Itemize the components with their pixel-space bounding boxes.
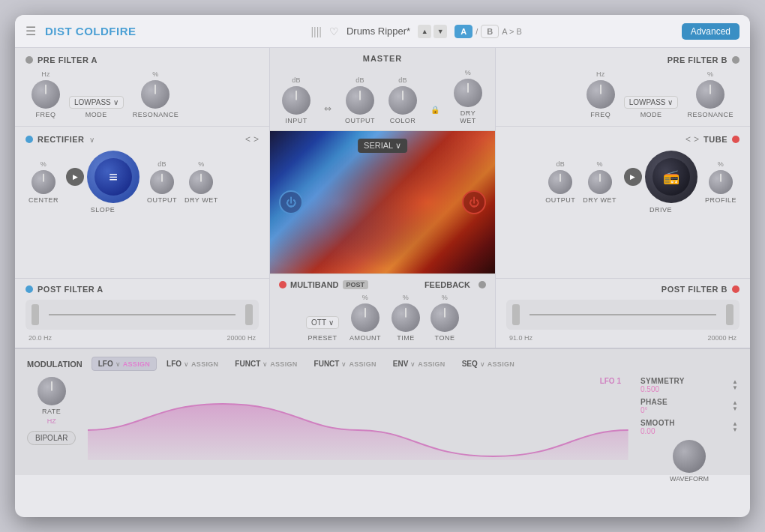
freq-knob-b[interactable] [586,80,615,109]
phase-stepper[interactable]: ▲ ▼ [732,400,738,412]
amount-knob[interactable] [351,303,380,332]
heart-icon[interactable]: ♡ [329,25,339,37]
drywet-knob-rect[interactable] [189,170,213,194]
filter-handle-right[interactable] [245,304,253,325]
symmetry-stepper[interactable]: ▲ ▼ [732,379,738,391]
multiband-led[interactable] [279,281,286,288]
post-badge[interactable]: POST [343,280,369,289]
tube-led[interactable] [732,136,740,143]
freq-top-label: Hz [41,70,50,78]
menu-icon[interactable]: ☰ [26,24,36,38]
waveform-knob[interactable] [673,440,706,473]
slope-knob[interactable]: ≡ [87,151,140,203]
pre-filter-a-knobs: Hz FREQ LOWPASS ∨ MODE [26,70,259,118]
prev-preset-button[interactable]: ▲ [418,25,431,38]
output-knob-master[interactable] [346,86,374,115]
mod-tab-lfo1-assign[interactable]: ASSIGN [123,360,150,368]
smooth-down[interactable]: ▼ [732,427,738,433]
mod-tab-funct2-chevron[interactable]: ∨ [341,360,346,368]
freq-group-b: Hz FREQ [586,70,615,118]
post-filter-a-led[interactable] [26,285,33,293]
res-bot-b: RESONANCE [687,111,734,118]
rectifier-chevron[interactable]: ∨ [89,136,94,144]
post-filter-b-bar[interactable] [506,300,740,330]
mod-tab-seq-chevron[interactable]: ∨ [480,360,485,368]
rectifier-play[interactable]: ▶ [66,168,84,186]
input-knob[interactable] [282,86,310,115]
color-knob[interactable] [388,86,417,115]
mod-tab-seq-assign[interactable]: ASSIGN [488,360,514,368]
time-top: % [403,294,409,301]
res-top-b: % [707,70,713,78]
tube-play[interactable]: ▶ [624,168,642,186]
filter-b-handle-left[interactable] [512,304,520,325]
drive-knob[interactable]: 📻 [645,151,698,203]
mod-tab-lfo2[interactable]: LFO ∨ ASSIGN [160,357,225,371]
power-button-right[interactable]: ⏻ [462,190,486,214]
input-label: INPUT [285,117,308,124]
drywet-knob-tube[interactable] [588,170,612,194]
drywet-knob-master[interactable] [454,79,482,107]
phase-down[interactable]: ▼ [732,406,738,412]
filter-handle-left[interactable] [32,304,39,325]
mod-tab-funct2[interactable]: FUNCT ∨ ASSIGN [308,357,383,371]
bars-icon[interactable]: |||| [310,25,322,37]
profile-group: % PROFILE [705,160,736,204]
bipolar-button[interactable]: BIPOLAR [27,431,76,445]
profile-knob[interactable] [709,170,733,194]
filter-line [49,314,236,315]
mod-tab-funct1[interactable]: FUNCT ∨ ASSIGN [228,357,304,371]
mod-tab-funct2-assign[interactable]: ASSIGN [349,360,376,368]
mod-tab-funct1-chevron[interactable]: ∨ [262,360,268,368]
output-knob-tube[interactable] [548,170,572,194]
mode-dropdown[interactable]: LOWPASS ∨ [69,96,124,109]
rectifier-next[interactable]: > [254,134,259,145]
post-filter-b-led[interactable] [732,285,740,293]
mode-dropdown-b[interactable]: LOWPASS ∨ [624,96,679,109]
advanced-button[interactable]: Advanced [682,23,740,40]
rate-knob[interactable] [38,377,66,405]
resonance-knob-b[interactable] [696,80,724,109]
freq-knob[interactable] [32,80,60,109]
hz-label[interactable]: HZ [47,417,56,425]
output-group-tube: dB OUTPUT [545,160,575,204]
power-button-left[interactable]: ⏻ [279,190,303,214]
pre-filter-a-led[interactable] [26,56,33,64]
serial-dropdown[interactable]: SERIAL ∨ [358,139,407,153]
smooth-stepper[interactable]: ▲ ▼ [732,421,738,433]
feedback-led[interactable] [478,281,486,288]
center-knob[interactable] [32,170,56,194]
next-preset-button[interactable]: ▼ [434,25,447,38]
mode-label: MODE [86,111,107,118]
lock-icon[interactable]: 🔒 [430,106,440,114]
output-group-rect: dB OUTPUT [147,160,177,204]
output-group-master: dB OUTPUT [345,76,375,124]
output-knob-rect[interactable] [150,170,174,194]
rectifier-led[interactable] [26,136,33,143]
tone-group: % TONE [430,294,459,342]
rectifier-prev[interactable]: < [245,134,250,145]
phase-param: PHASE 0° ▲ ▼ [640,398,738,414]
resonance-knob[interactable] [141,80,170,109]
mod-tab-lfo1[interactable]: LFO ∨ ASSIGN [92,357,157,371]
mod-tab-lfo2-chevron[interactable]: ∨ [184,360,189,368]
mod-tab-env[interactable]: ENV ∨ ASSIGN [386,357,452,371]
mod-tab-env-assign[interactable]: ASSIGN [418,360,445,368]
ab-a-button[interactable]: A [454,25,472,38]
mod-tab-lfo2-assign[interactable]: ASSIGN [191,360,218,368]
tube-next[interactable]: > [694,134,699,145]
mod-tab-seq[interactable]: SEQ ∨ ASSIGN [455,357,521,371]
filter-b-handle-right[interactable] [726,304,734,325]
time-knob[interactable] [392,303,420,332]
pre-filter-b-led[interactable] [732,56,740,64]
tube-prev[interactable]: < [686,134,691,145]
tone-knob[interactable] [430,303,459,332]
symmetry-down[interactable]: ▼ [732,385,738,391]
preset-dropdown[interactable]: OTT ∨ [306,316,339,329]
mod-tab-funct1-assign[interactable]: ASSIGN [270,360,297,368]
mod-tab-env-chevron[interactable]: ∨ [410,360,416,368]
ab-b-button[interactable]: B [481,25,499,38]
mod-tab-lfo1-chevron[interactable]: ∨ [116,360,121,368]
post-filter-a-bar[interactable] [26,300,259,330]
center-panel: MASTER dB INPUT ⇔ dB OUTPUT [270,48,495,348]
